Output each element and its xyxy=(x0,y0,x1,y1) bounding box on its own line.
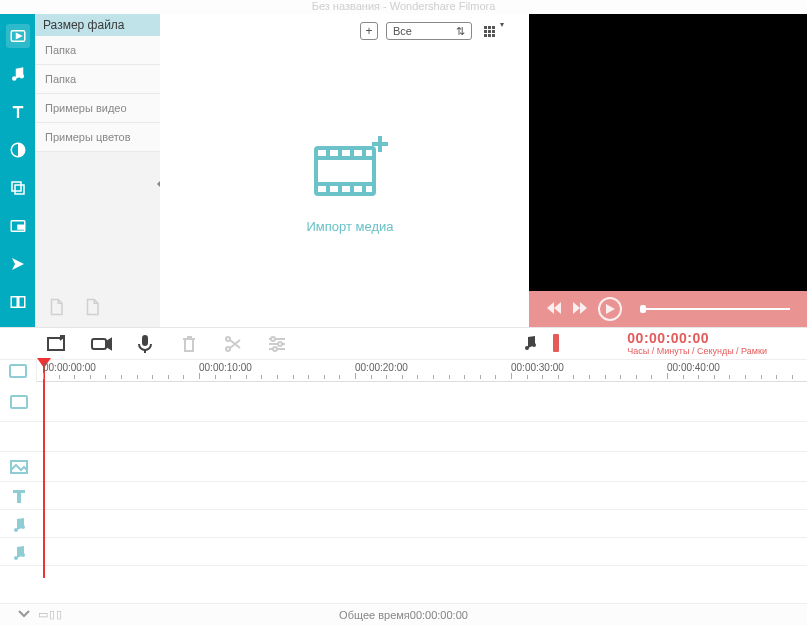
scissors-icon xyxy=(224,335,242,353)
timecode-marker-icon xyxy=(553,334,559,352)
timecode-units: Часы / Минуты / Секунды / Рамки xyxy=(627,346,767,356)
split-tab[interactable] xyxy=(6,290,30,314)
svg-rect-9 xyxy=(11,297,17,308)
text-track-label[interactable] xyxy=(0,482,37,510)
total-time-value: 00:00:00:00 xyxy=(410,609,468,621)
layers-tab[interactable] xyxy=(6,176,30,200)
chevron-up-down-icon: ⇅ xyxy=(456,25,465,38)
ruler-label-0: 00:00:00:00 xyxy=(43,362,96,373)
import-media-icon xyxy=(310,134,390,204)
audio2-track-label[interactable] xyxy=(0,538,37,566)
spacer-row xyxy=(37,422,807,452)
media-toolbar: + Все ⇅ ▾ xyxy=(360,22,498,40)
microphone-icon xyxy=(137,334,153,354)
seek-slider[interactable] xyxy=(640,308,790,310)
prev-frame-button[interactable] xyxy=(546,301,562,318)
music-track-icon xyxy=(12,516,26,532)
upper-workspace: Размер файла Папка Папка Примеры видео П… xyxy=(0,14,807,328)
folder-item-3[interactable]: Примеры видео xyxy=(35,94,160,123)
text-tab[interactable] xyxy=(6,100,30,124)
svg-marker-27 xyxy=(573,302,580,314)
file-panel-footer xyxy=(35,287,160,327)
video-track-label[interactable] xyxy=(0,382,37,422)
text-track-row[interactable] xyxy=(37,482,807,510)
timecode-display: 00:00:00:00 Часы / Минуты / Секунды / Ра… xyxy=(627,330,767,356)
media-library: + Все ⇅ ▾ Импорт медиа xyxy=(160,14,529,327)
music-tab[interactable] xyxy=(6,62,30,86)
mode-sidebar xyxy=(0,14,35,327)
zoom-out-button[interactable] xyxy=(18,609,30,621)
svg-marker-1 xyxy=(16,34,21,39)
transitions-tab[interactable] xyxy=(6,252,30,276)
audio1-track-row[interactable] xyxy=(37,510,807,538)
play-button[interactable] xyxy=(598,297,622,321)
delete-button[interactable] xyxy=(176,331,202,357)
add-button[interactable]: + xyxy=(360,22,378,40)
video-track-row[interactable] xyxy=(37,382,807,422)
play-icon xyxy=(605,304,615,314)
transition-icon xyxy=(9,255,27,273)
spacer-track-label xyxy=(0,422,37,452)
pip-track-row[interactable] xyxy=(37,452,807,482)
record-screen-button[interactable] xyxy=(44,331,70,357)
svg-marker-28 xyxy=(580,302,587,314)
filter-select[interactable]: Все ⇅ xyxy=(386,22,472,40)
svg-rect-34 xyxy=(142,335,148,346)
media-tab[interactable] xyxy=(6,24,30,48)
folder-item-1[interactable]: Папка xyxy=(35,36,160,65)
svg-rect-8 xyxy=(18,225,23,229)
video-icon xyxy=(9,27,27,45)
folder-item-4[interactable]: Примеры цветов xyxy=(35,123,160,152)
timeline-ruler[interactable]: 00:00:00:00 00:00:10:00 00:00:20:00 00:0… xyxy=(37,360,807,382)
next-frame-button[interactable] xyxy=(572,301,588,318)
file-panel-header: Размер файла xyxy=(35,14,160,36)
svg-point-43 xyxy=(273,347,277,351)
import-media-dropzone[interactable]: Импорт медиа xyxy=(280,134,420,234)
import-label: Импорт медиа xyxy=(280,219,420,234)
preview-canvas xyxy=(529,14,807,291)
playback-controls xyxy=(529,291,807,327)
track-rows[interactable] xyxy=(37,382,807,566)
svg-rect-10 xyxy=(18,297,24,308)
svg-rect-5 xyxy=(12,182,21,191)
chevron-down-icon xyxy=(18,609,30,619)
svg-point-44 xyxy=(525,346,529,350)
record-webcam-button[interactable] xyxy=(88,331,114,357)
video-track-icon xyxy=(10,395,28,409)
svg-marker-33 xyxy=(106,339,111,349)
timeline-area: 00:00:00:00 Часы / Минуты / Секунды / Ра… xyxy=(0,328,807,566)
view-grid-toggle[interactable]: ▾ xyxy=(480,22,498,40)
folder-item-2[interactable]: Папка xyxy=(35,65,160,94)
timeline-ruler-row: 00:00:00:00 00:00:10:00 00:00:20:00 00:0… xyxy=(0,360,807,382)
ruler-label-3: 00:00:30:00 xyxy=(511,362,564,373)
music-small-icon xyxy=(523,334,537,350)
svg-point-41 xyxy=(271,337,275,341)
audio2-track-row[interactable] xyxy=(37,538,807,566)
trash-icon xyxy=(181,335,197,353)
audio1-track-label[interactable] xyxy=(0,510,37,538)
settings-button[interactable] xyxy=(264,331,290,357)
svg-point-45 xyxy=(532,343,536,347)
page-add-icon[interactable] xyxy=(47,297,65,317)
svg-point-36 xyxy=(226,337,230,341)
pip-track-label[interactable] xyxy=(0,452,37,482)
record-voiceover-button[interactable] xyxy=(132,331,158,357)
elements-tab[interactable] xyxy=(6,214,30,238)
split-button[interactable] xyxy=(220,331,246,357)
page-icon[interactable] xyxy=(83,297,101,317)
svg-rect-46 xyxy=(10,365,26,377)
audio-mixer-button[interactable] xyxy=(523,334,537,353)
split-icon xyxy=(9,293,27,311)
file-panel: Размер файла Папка Папка Примеры видео П… xyxy=(35,14,160,327)
preview-pane xyxy=(529,14,807,327)
effects-tab[interactable] xyxy=(6,138,30,162)
svg-point-52 xyxy=(14,556,18,560)
timeline-view-toggle[interactable]: ▭▯▯ xyxy=(38,608,63,621)
filter-label: Все xyxy=(393,25,412,37)
skip-back-icon xyxy=(546,301,562,315)
timeline-toolbar: 00:00:00:00 Часы / Минуты / Секунды / Ра… xyxy=(0,328,807,360)
svg-point-3 xyxy=(19,74,24,79)
svg-marker-26 xyxy=(554,302,561,314)
overlay-icon xyxy=(9,179,27,197)
timeline-header-left xyxy=(0,360,37,382)
